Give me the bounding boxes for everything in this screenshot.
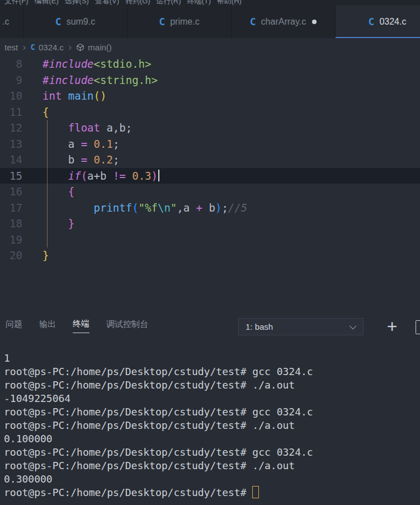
c-file-icon: C [55, 17, 62, 27]
code-content: int main() [22, 88, 106, 104]
chevron-right-icon: › [22, 41, 26, 52]
editor-line[interactable]: 18 } [0, 216, 420, 232]
split-terminal-icon[interactable] [416, 320, 420, 334]
breadcrumb: test›C0324.c›main() [0, 38, 420, 56]
code-content: { [22, 104, 49, 120]
indent-guide [47, 120, 48, 247]
line-number: 17 [0, 200, 22, 216]
editor-line[interactable]: 19 [0, 232, 420, 248]
code-content [22, 232, 43, 248]
terminal-line: root@ps-PC:/home/ps/Desktop/cstudy/test#… [4, 459, 420, 473]
line-number: 18 [0, 216, 22, 232]
code-content: } [22, 216, 74, 232]
title-bar: 文件(F) 编辑(E) 选择(S) 查看(V) 转到(G) 运行(R) 终端(T… [0, 0, 420, 6]
code-content: if(a+b != 0.3) [22, 168, 159, 184]
line-number: 16 [0, 184, 22, 200]
tab-label: charArray.c [261, 17, 306, 27]
c-file-icon: C [31, 43, 35, 51]
panel-tab-output[interactable]: 输出 [39, 319, 56, 333]
tab-label: .c [2, 17, 9, 27]
editor-line[interactable]: 14 b = 0.2; [0, 152, 420, 168]
editor-lines: 8#include<stdio.h>9#include<string.h>10i… [0, 56, 420, 264]
tab-prime[interactable]: Cprime.c [128, 6, 232, 38]
code-content: b = 0.2; [22, 152, 119, 168]
c-file-icon: C [159, 17, 165, 27]
line-number: 9 [0, 72, 22, 88]
line-number: 12 [0, 120, 22, 136]
c-file-icon: C [369, 17, 375, 27]
code-content: { [22, 184, 74, 200]
editor-line[interactable]: 10int main() [0, 88, 420, 104]
terminal-output[interactable]: 1root@ps-PC:/home/ps/Desktop/cstudy/test… [4, 352, 420, 505]
new-terminal-button[interactable]: + [383, 315, 402, 338]
terminal-line: 1 [4, 352, 420, 365]
terminal-line: -1049225064 [4, 392, 420, 405]
breadcrumb-label: main() [88, 43, 112, 52]
breadcrumb-label: 0324.c [39, 43, 64, 52]
terminal-line: root@ps-PC:/home/ps/Desktop/cstudy/test#… [4, 419, 420, 432]
line-number: 13 [0, 136, 22, 152]
terminal-line: root@ps-PC:/home/ps/Desktop/cstudy/test# [4, 486, 420, 499]
line-number: 8 [0, 56, 22, 72]
terminal-line: root@ps-PC:/home/ps/Desktop/cstudy/test#… [4, 405, 420, 419]
modified-indicator [312, 20, 317, 24]
editor-line[interactable]: 20} [0, 247, 420, 264]
breadcrumb-item-0[interactable]: test [4, 43, 18, 52]
tab-clipped[interactable]: .c [0, 6, 23, 38]
tab-bar: .cCsum9.cCprime.cCcharArray.cC0324.c [0, 6, 420, 38]
shell-select-value: 1: bash [246, 322, 273, 331]
editor-line[interactable]: 12 float a,b; [0, 120, 420, 136]
terminal-line: 0.300000 [4, 473, 420, 486]
editor-line[interactable]: 17 printf("%f\n",a + b);//5 [0, 200, 420, 216]
editor-line[interactable]: 15 if(a+b != 0.3) [0, 168, 420, 184]
editor-line[interactable]: 11{ [0, 104, 420, 120]
breadcrumb-item-2[interactable]: main() [76, 43, 112, 52]
tab-sum9[interactable]: Csum9.c [23, 6, 128, 38]
tab-label: 0324.c [379, 17, 406, 27]
panel-tab-debug-console[interactable]: 调试控制台 [106, 319, 148, 333]
code-content: #include<string.h> [22, 72, 158, 88]
line-number: 15 [0, 168, 22, 184]
terminal-line: root@ps-PC:/home/ps/Desktop/cstudy/test#… [4, 378, 420, 392]
shell-select[interactable]: 1: bash [238, 318, 364, 335]
panel-tab-terminal[interactable]: 终端 [73, 319, 89, 333]
tab-label: sum9.c [67, 17, 96, 27]
code-content: printf("%f\n",a + b);//5 [22, 200, 247, 216]
terminal-cursor [252, 486, 259, 498]
c-file-icon: C [250, 17, 256, 27]
menu-bar-clipped: 文件(F) 编辑(E) 选择(S) 查看(V) 转到(G) 运行(R) 终端(T… [0, 0, 420, 6]
panel-tabs: 问题输出终端调试控制台 [0, 319, 148, 333]
line-number: 20 [0, 247, 22, 264]
terminal-line: root@ps-PC:/home/ps/Desktop/cstudy/test#… [4, 446, 420, 459]
line-number: 11 [0, 104, 22, 120]
breadcrumb-label: test [4, 43, 18, 52]
editor-line[interactable]: 16 { [0, 184, 420, 200]
tab-label: prime.c [170, 17, 199, 27]
code-content: a = 0.1; [22, 136, 119, 152]
tab-chararray[interactable]: CcharArray.c [232, 6, 336, 38]
breadcrumb-item-1[interactable]: C0324.c [31, 43, 64, 52]
tab-0324[interactable]: C0324.c [336, 6, 420, 38]
line-number: 19 [0, 232, 22, 248]
editor-line[interactable]: 13 a = 0.1; [0, 136, 420, 152]
text-cursor [158, 170, 159, 181]
symbol-method-icon [76, 43, 84, 52]
code-content: #include<stdio.h> [22, 56, 151, 72]
editor-line[interactable]: 8#include<stdio.h> [0, 56, 420, 72]
terminal-line: 0.100000 [4, 432, 420, 446]
code-editor[interactable]: 8#include<stdio.h>9#include<string.h>10i… [0, 56, 420, 314]
code-content: } [22, 247, 49, 264]
panel-tab-problems[interactable]: 问题 [6, 319, 22, 333]
terminal-line: root@ps-PC:/home/ps/Desktop/cstudy/test#… [4, 365, 420, 378]
line-number: 10 [0, 88, 22, 104]
editor-line[interactable]: 9#include<string.h> [0, 72, 420, 88]
code-content: float a,b; [22, 120, 132, 136]
chevron-right-icon: › [68, 41, 72, 52]
chevron-down-icon [350, 322, 357, 330]
line-number: 14 [0, 152, 22, 168]
